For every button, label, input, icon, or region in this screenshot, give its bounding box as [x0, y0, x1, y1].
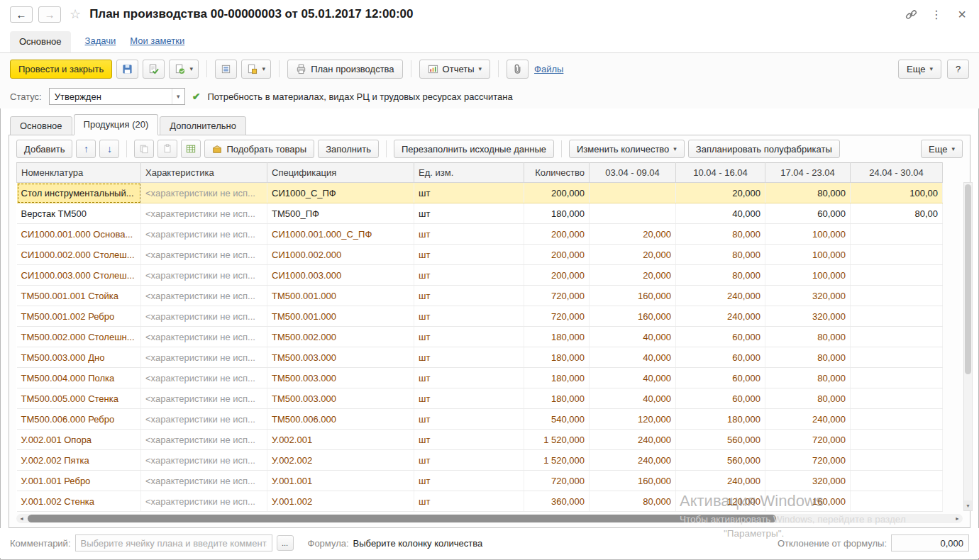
menu-dots-icon[interactable]: ⋮: [929, 7, 944, 21]
table-row[interactable]: Стол инструментальный...<характеристики …: [17, 183, 943, 203]
cell-week3[interactable]: 100,000: [765, 224, 851, 245]
cell-unit[interactable]: шт: [414, 409, 524, 430]
cell-week4[interactable]: [851, 388, 943, 409]
copy-button[interactable]: [134, 140, 154, 158]
link-icon[interactable]: [904, 7, 918, 21]
comment-input[interactable]: [75, 534, 272, 551]
cell-week2[interactable]: 80,000: [676, 265, 765, 286]
table-row[interactable]: У.002.002 Пятка<характеристики не исп...…: [17, 450, 943, 471]
cell-specification[interactable]: ТМ500_ПФ: [267, 203, 414, 224]
cell-characteristic[interactable]: <характеристики не исп...: [141, 306, 267, 327]
cell-week3[interactable]: 80,000: [765, 368, 851, 388]
save-button[interactable]: [116, 60, 138, 79]
cell-week1[interactable]: 240,000: [590, 430, 676, 450]
table-row[interactable]: ТМ500.003.000 Дно<характеристики не исп.…: [17, 347, 943, 368]
cell-quantity[interactable]: 720,000: [524, 286, 590, 306]
cell-specification[interactable]: ТМ500.001.000: [267, 306, 414, 327]
close-icon[interactable]: ×: [955, 7, 969, 21]
cell-quantity[interactable]: 1 520,000: [524, 430, 590, 450]
table-row[interactable]: У.001.002 Стенка<характеристики не исп..…: [17, 491, 943, 512]
cell-quantity[interactable]: 200,000: [524, 265, 590, 286]
column-header-nomenclature[interactable]: Номенклатура: [17, 163, 141, 183]
cell-week3[interactable]: 80,000: [765, 327, 851, 347]
table-row[interactable]: СИ1000.003.000 Столеш...<характеристики …: [17, 265, 943, 286]
cell-unit[interactable]: шт: [414, 265, 524, 286]
cell-unit[interactable]: шт: [414, 203, 524, 224]
cell-nomenclature[interactable]: ТМ500.001.002 Ребро: [17, 306, 141, 327]
cell-week2[interactable]: 80,000: [676, 245, 765, 265]
cell-unit[interactable]: шт: [414, 327, 524, 347]
cell-nomenclature[interactable]: СИ1000.002.000 Столеш...: [17, 245, 141, 265]
export-table-button[interactable]: [181, 140, 201, 158]
move-up-button[interactable]: ↑: [76, 140, 96, 158]
column-header-unit[interactable]: Ед. изм.: [414, 163, 524, 183]
cell-quantity[interactable]: 180,000: [524, 368, 590, 388]
cell-quantity[interactable]: 180,000: [524, 203, 590, 224]
cell-nomenclature[interactable]: СИ1000.001.000 Основа...: [17, 224, 141, 245]
cell-week3[interactable]: 100,000: [765, 245, 851, 265]
cell-characteristic[interactable]: <характеристики не исп...: [141, 471, 267, 491]
cell-week4[interactable]: [851, 450, 943, 471]
cell-week4[interactable]: 100,00: [851, 183, 943, 203]
cell-characteristic[interactable]: <характеристики не исп...: [141, 286, 267, 306]
cell-quantity[interactable]: 360,000: [524, 491, 590, 512]
cell-specification[interactable]: ТМ500.003.000: [267, 368, 414, 388]
cell-week3[interactable]: 320,000: [765, 306, 851, 327]
cell-week3[interactable]: 320,000: [765, 471, 851, 491]
cell-nomenclature[interactable]: У.002.002 Пятка: [17, 450, 141, 471]
cell-week4[interactable]: [851, 471, 943, 491]
cell-quantity[interactable]: 1 520,000: [524, 450, 590, 471]
cell-specification[interactable]: СИ1000_С_ПФ: [267, 183, 414, 203]
cell-week4[interactable]: [851, 347, 943, 368]
cell-specification[interactable]: СИ1000.002.000: [267, 245, 414, 265]
cell-week1[interactable]: 20,000: [590, 224, 676, 245]
cell-week2[interactable]: 120,000: [676, 491, 765, 512]
cell-nomenclature[interactable]: У.001.002 Стенка: [17, 491, 141, 512]
cell-specification[interactable]: ТМ500.001.000: [267, 286, 414, 306]
column-header-week3[interactable]: 17.04 - 23.04: [765, 163, 851, 183]
column-header-characteristic[interactable]: Характеристика: [141, 163, 267, 183]
cell-week4[interactable]: [851, 327, 943, 347]
cell-characteristic[interactable]: <характеристики не исп...: [141, 388, 267, 409]
cell-characteristic[interactable]: <характеристики не исп...: [141, 450, 267, 471]
cell-quantity[interactable]: 200,000: [524, 183, 590, 203]
cell-week1[interactable]: 80,000: [590, 491, 676, 512]
cell-characteristic[interactable]: <характеристики не исп...: [141, 265, 267, 286]
add-row-button[interactable]: Добавить: [16, 140, 72, 158]
cell-week3[interactable]: 720,000: [765, 450, 851, 471]
section-tab-notes[interactable]: Мои заметки: [130, 35, 184, 52]
help-button[interactable]: ?: [947, 60, 969, 79]
vertical-scrollbar[interactable]: ▼: [963, 182, 973, 511]
cell-specification[interactable]: ТМ500.002.000: [267, 327, 414, 347]
column-header-week4[interactable]: 24.04 - 30.04: [851, 163, 943, 183]
more-button[interactable]: Еще ▾: [898, 60, 941, 79]
cell-unit[interactable]: шт: [414, 286, 524, 306]
cell-week3[interactable]: 100,000: [765, 265, 851, 286]
section-tab-main[interactable]: Основное: [10, 31, 71, 52]
cell-nomenclature[interactable]: ТМ500.004.000 Полка: [17, 368, 141, 388]
comment-browse-button[interactable]: ...: [277, 535, 294, 551]
cell-characteristic[interactable]: <характеристики не исп...: [141, 409, 267, 430]
tab-additional[interactable]: Дополнительно: [160, 116, 246, 135]
cell-week2[interactable]: 240,000: [676, 471, 765, 491]
column-header-week2[interactable]: 10.04 - 16.04: [676, 163, 765, 183]
cell-week2[interactable]: 20,000: [676, 183, 765, 203]
cell-quantity[interactable]: 720,000: [524, 306, 590, 327]
cell-nomenclature[interactable]: У.002.001 Опора: [17, 430, 141, 450]
table-row[interactable]: СИ1000.002.000 Столеш...<характеристики …: [17, 245, 943, 265]
scroll-down-icon[interactable]: ▼: [964, 500, 972, 510]
cell-nomenclature[interactable]: ТМ500.006.000 Ребро: [17, 409, 141, 430]
horizontal-scrollbar-thumb[interactable]: [28, 515, 776, 522]
cell-unit[interactable]: шт: [414, 306, 524, 327]
cell-week1[interactable]: 160,000: [590, 286, 676, 306]
cell-week1[interactable]: 120,000: [590, 409, 676, 430]
cell-week2[interactable]: 80,000: [676, 224, 765, 245]
table-row[interactable]: ТМ500.006.000 Ребро<характеристики не ис…: [17, 409, 943, 430]
back-button[interactable]: ←: [10, 6, 33, 23]
scroll-right-icon[interactable]: ►: [955, 514, 960, 523]
cell-week3[interactable]: 240,000: [765, 409, 851, 430]
section-tab-tasks[interactable]: Задачи: [85, 35, 116, 52]
cell-week1[interactable]: [590, 183, 676, 203]
forward-button[interactable]: →: [38, 6, 61, 23]
pick-goods-button[interactable]: Подобрать товары: [204, 140, 314, 158]
